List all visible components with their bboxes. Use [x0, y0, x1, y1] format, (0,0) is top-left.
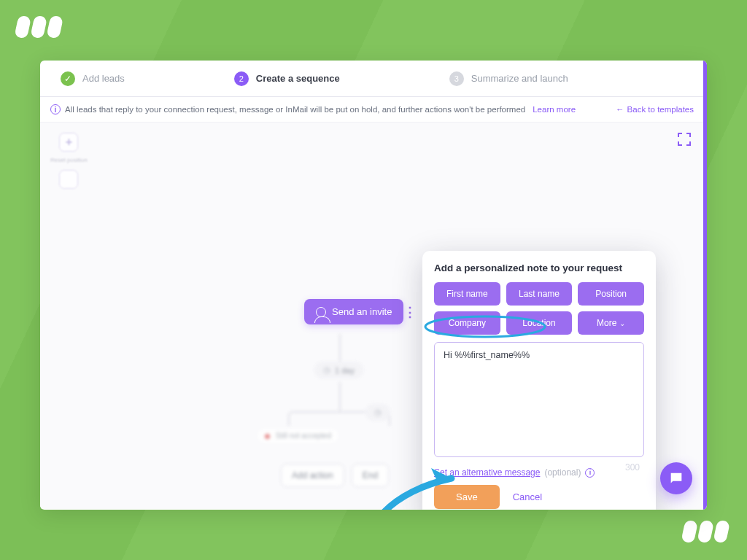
step-create-sequence[interactable]: 2 Create a sequence: [234, 71, 340, 86]
reset-position-label[interactable]: Reset position: [50, 158, 88, 164]
step-summarize-launch[interactable]: 3 Summarize and launch: [449, 71, 568, 86]
var-position-button[interactable]: Position: [578, 282, 644, 306]
note-textarea[interactable]: Hi %%first_name%%: [434, 342, 644, 457]
save-button[interactable]: Save: [434, 485, 500, 509]
info-icon[interactable]: i: [585, 468, 595, 478]
step-add-leads[interactable]: ✓ Add leads: [61, 71, 125, 86]
wizard-stepper: ✓ Add leads 2 Create a sequence 3 Summar…: [40, 61, 707, 97]
canvas-side-controls: Reset position: [50, 133, 88, 189]
info-bar: i All leads that reply to your connectio…: [40, 97, 707, 122]
chat-icon: [668, 470, 684, 486]
chevron-down-icon: ⌄: [619, 319, 625, 327]
zoom-in-button[interactable]: [59, 133, 78, 152]
app-window: ✓ Add leads 2 Create a sequence 3 Summar…: [40, 61, 707, 510]
optional-label: (optional): [544, 467, 581, 478]
zoom-out-button[interactable]: [59, 170, 78, 189]
node-label: Send an invite: [332, 306, 392, 317]
step-number-icon: 3: [449, 71, 464, 86]
var-first-name-button[interactable]: First name: [434, 282, 500, 306]
timer-icon: ◷: [323, 365, 330, 375]
learn-more-link[interactable]: Learn more: [533, 105, 576, 114]
delay-chip: ◷: [365, 404, 390, 421]
arrow-left-icon: ←: [616, 105, 624, 114]
cancel-button[interactable]: Cancel: [513, 491, 542, 502]
back-label: Back to templates: [627, 105, 694, 114]
step-label: Summarize and launch: [471, 73, 568, 84]
add-action-button[interactable]: Add action: [281, 464, 344, 487]
delay-chip: ◷ 1 day: [314, 362, 363, 378]
popover-title: Add a personalized note to your request: [434, 262, 644, 273]
sequence-canvas[interactable]: Reset position Send an invite ⋮ ◷ 1 day …: [40, 122, 707, 509]
end-button[interactable]: End: [352, 464, 389, 487]
var-company-button[interactable]: Company: [434, 311, 500, 335]
brand-logo-bottom: [679, 515, 735, 550]
info-icon: i: [50, 104, 61, 114]
brand-logo-top: [12, 10, 68, 45]
node-send-invite[interactable]: Send an invite ⋮: [304, 299, 403, 324]
step-label: Add leads: [82, 73, 125, 84]
step-label: Create a sequence: [256, 73, 340, 84]
checkmark-icon: ✓: [61, 71, 75, 86]
info-text: All leads that reply to your connection …: [65, 105, 525, 114]
node-menu-icon[interactable]: ⋮: [403, 304, 417, 320]
fullscreen-icon[interactable]: [678, 133, 691, 146]
var-last-name-button[interactable]: Last name: [506, 282, 573, 306]
condition-chip: Still not accepted: [258, 429, 338, 443]
timer-icon: ◷: [374, 408, 382, 417]
person-add-icon: [316, 307, 326, 317]
variable-buttons: First name Last name Position Company Lo…: [434, 282, 644, 335]
var-more-button[interactable]: More ⌄: [578, 311, 644, 335]
var-location-button[interactable]: Location: [506, 311, 573, 335]
alt-message-link[interactable]: Set an alternative message: [434, 467, 540, 478]
personalized-note-popover: Add a personalized note to your request …: [422, 251, 656, 510]
char-limit: 300: [625, 462, 640, 472]
intercom-chat-button[interactable]: [660, 462, 692, 494]
back-to-templates-link[interactable]: ← Back to templates: [616, 105, 694, 114]
step-number-icon: 2: [234, 71, 249, 86]
